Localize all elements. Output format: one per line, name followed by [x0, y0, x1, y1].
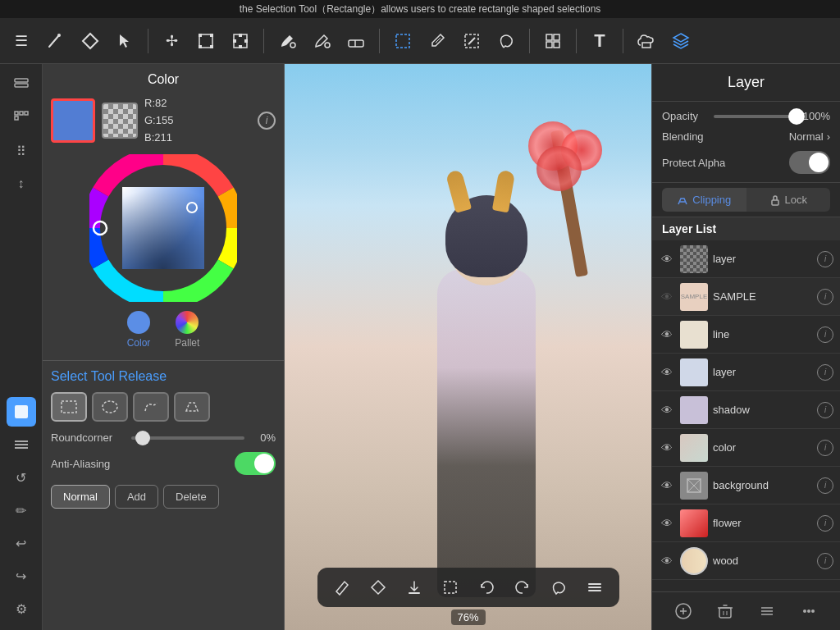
layer-visibility-icon[interactable]: 👁	[659, 326, 675, 343]
anti-aliasing-toggle[interactable]	[235, 452, 276, 475]
svg-rect-41	[62, 401, 76, 413]
canvas-area[interactable]: 76%	[285, 64, 651, 630]
canvas-undo-icon[interactable]	[473, 574, 500, 600]
layer-visibility-icon[interactable]: 👁	[659, 251, 675, 267]
lock-button[interactable]: Lock	[746, 188, 831, 212]
diamond-icon[interactable]	[75, 26, 105, 56]
eyedropper-icon[interactable]	[422, 26, 452, 56]
color-wheel[interactable]	[89, 154, 237, 302]
selection-rect-icon[interactable]	[388, 26, 418, 56]
sidebar-redo-icon[interactable]: ↪	[7, 561, 36, 591]
layer-info-btn[interactable]: i	[817, 440, 833, 456]
canvas-lasso-icon[interactable]	[546, 574, 572, 600]
sidebar-flip-icon[interactable]: ↕	[7, 169, 36, 199]
protect-alpha-toggle[interactable]	[789, 151, 830, 174]
canvas-redo-icon[interactable]	[509, 574, 536, 600]
layer-name: layer	[713, 253, 812, 265]
add-layer-btn[interactable]	[662, 599, 704, 623]
layer-item[interactable]: 👁 color i	[652, 429, 840, 467]
layer-item[interactable]: 👁 wood i	[652, 542, 840, 580]
layer-info-btn[interactable]: i	[817, 251, 833, 267]
layer-item[interactable]: 👁 flower i	[652, 504, 840, 542]
shape-freehand-btn[interactable]	[133, 392, 169, 422]
sidebar-pen-icon[interactable]: ✏	[7, 495, 36, 525]
clipping-button[interactable]: Clipping	[662, 188, 746, 212]
svg-rect-11	[244, 39, 248, 43]
sidebar-undo-icon[interactable]: ↩	[7, 528, 36, 558]
mode-delete-btn[interactable]: Delete	[163, 485, 219, 509]
blending-value-btn[interactable]: Normal ›	[789, 130, 830, 143]
layer-item[interactable]: 👁 SAMPLE SAMPLE i	[652, 278, 840, 316]
color-tab-pallet[interactable]: Pallet	[175, 311, 199, 349]
canvas-download-icon[interactable]	[401, 574, 427, 600]
mode-normal-btn[interactable]: Normal	[51, 485, 110, 509]
layer-item[interactable]: 👁 layer i	[652, 240, 840, 278]
layer-info-btn[interactable]: i	[817, 515, 833, 532]
eraser-icon[interactable]	[341, 26, 371, 56]
primary-color-swatch[interactable]	[51, 98, 95, 143]
sidebar-active-icon[interactable]	[7, 397, 36, 427]
layer-item[interactable]: 👁 shadow i	[652, 391, 840, 429]
layer-info-btn[interactable]: i	[817, 402, 833, 418]
layer-info-btn[interactable]: i	[817, 477, 833, 494]
text-icon[interactable]: T	[585, 26, 614, 56]
layer-visibility-icon[interactable]: 👁	[659, 553, 675, 569]
shape-poly-btn[interactable]	[174, 392, 210, 422]
layer-thumbnail	[680, 321, 708, 349]
lasso-icon[interactable]	[491, 26, 521, 56]
release-link[interactable]: Release	[118, 369, 167, 383]
layer-visibility-icon[interactable]: 👁	[659, 402, 675, 418]
layer-item[interactable]: 👁 layer i	[652, 354, 840, 391]
sidebar-dots-icon[interactable]: ⠿	[7, 136, 36, 166]
shape-ellipse-btn[interactable]	[92, 392, 128, 422]
brush-tool-icon[interactable]	[41, 26, 71, 56]
sidebar-settings-icon[interactable]: ⚙	[7, 594, 36, 623]
more-layer-btn[interactable]	[788, 599, 830, 623]
layer-name: flower	[713, 517, 812, 529]
layer-item[interactable]: 👁 line i	[652, 316, 840, 354]
sort-layer-btn[interactable]	[746, 599, 788, 623]
sidebar-layers-icon[interactable]	[7, 71, 36, 100]
canvas-diamond-icon[interactable]	[365, 574, 391, 600]
layer-info-btn[interactable]: i	[817, 553, 833, 569]
canvas-pen-icon[interactable]	[329, 574, 355, 600]
color-tab-color[interactable]: Color	[127, 311, 151, 349]
layer-visibility-icon[interactable]: 👁	[659, 515, 675, 532]
shape-rect-btn[interactable]	[51, 392, 87, 422]
layers-icon[interactable]	[666, 26, 696, 56]
sidebar-rotate-icon[interactable]: ↺	[7, 463, 36, 492]
delete-layer-btn[interactable]	[704, 599, 746, 623]
fill-icon[interactable]	[272, 26, 302, 56]
svg-rect-21	[546, 34, 552, 40]
layer-info-btn[interactable]: i	[817, 326, 833, 343]
transform-corner-icon[interactable]	[191, 26, 221, 56]
layer-visibility-icon[interactable]: 👁	[659, 289, 675, 305]
paint-line-icon[interactable]	[457, 26, 486, 56]
canvas-menu-icon[interactable]	[582, 574, 608, 600]
mode-add-btn[interactable]: Add	[115, 485, 158, 509]
layer-info-btn[interactable]: i	[817, 289, 833, 305]
fill-outline-icon[interactable]	[307, 26, 336, 56]
canvas-selection-icon[interactable]	[437, 574, 463, 600]
stamp-icon[interactable]	[538, 26, 568, 56]
layer-visibility-icon[interactable]: 👁	[659, 364, 675, 381]
transform-side-icon[interactable]	[226, 26, 255, 56]
roundcorner-slider[interactable]	[131, 436, 244, 440]
layer-info-btn[interactable]: i	[817, 364, 833, 381]
opacity-label: Opacity	[662, 110, 707, 122]
cursor-icon[interactable]	[110, 26, 139, 56]
move-icon[interactable]: ✢	[157, 26, 186, 56]
layer-visibility-icon[interactable]: 👁	[659, 440, 675, 456]
separator-4	[529, 29, 530, 53]
layer-item[interactable]: 👁 background i	[652, 467, 840, 504]
opacity-slider[interactable]	[714, 115, 797, 118]
color-info-icon[interactable]: i	[258, 112, 276, 130]
color-tab-color-label: Color	[127, 337, 151, 349]
sidebar-layers2-icon[interactable]	[7, 430, 36, 459]
menu-icon[interactable]: ☰	[7, 26, 36, 56]
secondary-color-swatch[interactable]	[102, 103, 138, 139]
cloud-icon[interactable]	[632, 26, 661, 56]
color-tab-pallet-label: Pallet	[175, 337, 199, 349]
layer-visibility-icon[interactable]: 👁	[659, 477, 675, 494]
sidebar-grid-icon[interactable]	[7, 103, 36, 133]
